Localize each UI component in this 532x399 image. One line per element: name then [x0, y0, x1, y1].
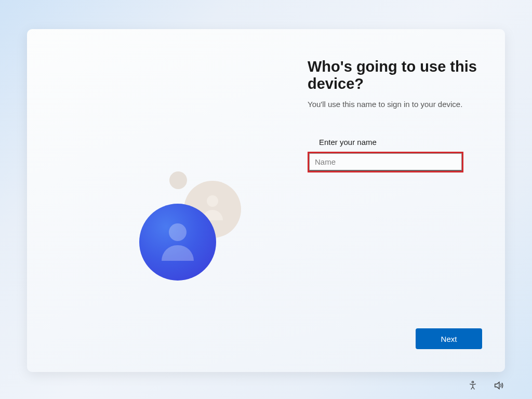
name-field-label: Enter your name	[319, 138, 482, 147]
person-icon-blue	[139, 204, 216, 281]
form-pane: Who's going to use this device? You'll u…	[289, 55, 482, 351]
illustration-pane	[50, 55, 289, 351]
page-subtitle: You'll use this name to sign in to your …	[308, 100, 482, 109]
page-title: Who's going to use this device?	[308, 58, 482, 92]
name-input-highlight	[308, 152, 463, 172]
svg-point-0	[472, 381, 473, 383]
next-button[interactable]: Next	[416, 328, 482, 349]
taskbar	[467, 379, 505, 392]
name-input[interactable]	[309, 153, 462, 171]
volume-icon[interactable]	[493, 379, 505, 392]
accessibility-icon[interactable]	[467, 379, 479, 392]
setup-card: Who's going to use this device? You'll u…	[27, 29, 505, 372]
decorative-circle-small	[169, 171, 187, 189]
